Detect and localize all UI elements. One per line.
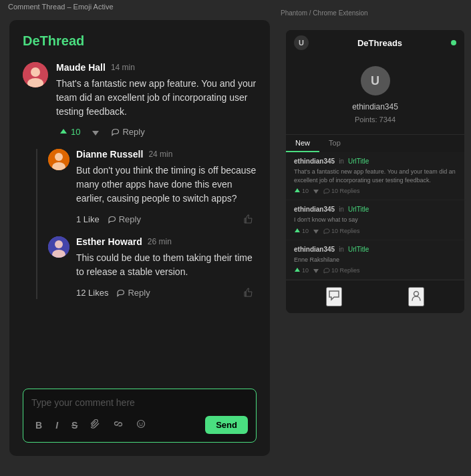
feed-item-1: ethindian345 in UrlTitle That's a fantas…	[286, 152, 464, 200]
feed-1-url[interactable]: UrlTitle	[348, 158, 369, 165]
app-title: DeThread	[23, 33, 257, 49]
profile-icon	[410, 288, 423, 302]
link-button[interactable]	[110, 417, 127, 433]
reply-icon-root	[111, 128, 120, 136]
root-comment-text: That's a fantastic new app feature. You …	[56, 77, 257, 119]
avatar-esther	[48, 236, 69, 258]
reply-dianne-actions: 1 Like Reply	[76, 212, 257, 226]
svg-point-7	[55, 240, 63, 248]
feed-2-downvote-icon	[313, 228, 319, 234]
downvote-button[interactable]	[88, 126, 103, 138]
feed-3-upvote: 10	[294, 267, 309, 274]
reply-esther-header: Esther Howard 26 min	[76, 236, 257, 247]
feed-1-downvote-icon	[313, 188, 319, 194]
feed-item-1-header: ethindian345 in UrlTitle	[294, 158, 456, 165]
emoji-icon	[136, 419, 146, 429]
thumb-button-dianne[interactable]	[241, 212, 257, 226]
attachment-button[interactable]	[87, 417, 104, 433]
reply-label-esther: Reply	[128, 288, 150, 298]
feed-1-upvote: 10	[294, 188, 309, 194]
reply-button-esther[interactable]: Reply	[114, 286, 152, 299]
svg-point-11	[142, 423, 144, 424]
feed-1-replies: 10 Replies	[323, 188, 360, 194]
feed-2-username: ethindian345	[294, 206, 335, 213]
reply-dianne: Dianne Russell 24 min But don't you thin…	[48, 149, 257, 226]
online-indicator	[451, 40, 456, 45]
avatar-dianne	[48, 149, 69, 170]
reply-icon-dianne	[108, 215, 116, 224]
reply-button-root[interactable]: Reply	[108, 126, 147, 138]
thumb-icon-esther	[243, 287, 254, 298]
feed-2-reply-icon	[323, 228, 330, 234]
feed-1-username: ethindian345	[294, 158, 335, 165]
root-comment: Maude Hall 14 min That's a fantastic new…	[23, 62, 257, 138]
feed-3-url[interactable]: UrlTitle	[348, 246, 369, 253]
profile-avatar: U	[361, 66, 390, 95]
svg-point-10	[140, 423, 141, 424]
feed-item-2-header: ethindian345 in UrlTitle	[294, 206, 456, 213]
svg-point-12	[414, 292, 419, 296]
left-title: Comment Thread – Emoji Active	[0, 0, 122, 13]
feed-1-reply-icon	[323, 188, 330, 194]
root-comment-actions: 10 Reply	[56, 126, 257, 138]
extension-bottom-nav	[286, 280, 464, 313]
extension-header: U DeThreads	[286, 30, 464, 55]
feed-2-text: I don't know what to say	[294, 216, 456, 224]
feed-1-downvote	[313, 188, 319, 194]
feed-3-replies: 10 Replies	[323, 267, 360, 274]
comment-placeholder: Type your comment here	[31, 397, 248, 408]
upvote-icon	[59, 128, 68, 137]
strikethrough-button[interactable]: S	[67, 417, 82, 433]
feed-item-3-header: ethindian345 in UrlTitle	[294, 246, 456, 253]
ext-app-name: DeThreads	[314, 38, 446, 48]
send-button[interactable]: Send	[205, 416, 248, 434]
feed-3-upvote-icon	[294, 267, 301, 274]
extension-tabs: New Top	[286, 134, 464, 152]
nav-profile-button[interactable]	[408, 287, 424, 306]
feed-3-text: Enne Rakshilane	[294, 256, 456, 264]
upvote-button[interactable]: 10	[56, 126, 83, 138]
tab-new[interactable]: New	[286, 135, 319, 152]
feed-2-actions: 10 10 Replies	[294, 228, 456, 234]
right-title: Phantom / Chrome Extension	[281, 9, 368, 17]
attachment-icon	[91, 419, 100, 429]
feed-3-downvote-icon	[313, 267, 319, 274]
downvote-icon	[91, 128, 100, 137]
feed-2-url[interactable]: UrlTitle	[348, 206, 369, 213]
input-toolbar: B I S Send	[31, 416, 248, 434]
feed-2-upvote-icon	[294, 228, 301, 234]
reply-label-root: Reply	[122, 127, 144, 137]
author-dianne: Dianne Russell	[76, 149, 143, 160]
italic-button[interactable]: I	[51, 417, 62, 433]
reply-dianne-text: But don't you think the timing is off be…	[76, 164, 257, 206]
bold-button[interactable]: B	[31, 417, 46, 433]
feed-1-in: in	[339, 158, 344, 165]
nav-chat-button[interactable]	[326, 287, 342, 306]
root-comment-header: Maude Hall 14 min	[56, 62, 257, 73]
ext-user-badge: U	[294, 35, 309, 50]
emoji-button[interactable]	[132, 417, 150, 433]
tab-top[interactable]: Top	[319, 135, 350, 152]
replies-container: Dianne Russell 24 min But don't you thin…	[36, 149, 257, 299]
reply-esther-text: This could be due to them taking their t…	[76, 251, 257, 279]
feed-3-downvote	[313, 267, 319, 274]
profile-username: ethindian345	[352, 102, 398, 111]
thumb-button-esther[interactable]	[241, 286, 257, 299]
reply-label-dianne: Reply	[119, 214, 141, 224]
reply-dianne-header: Dianne Russell 24 min	[76, 149, 257, 160]
feed-1-actions: 10 10 Replies	[294, 188, 456, 194]
feed-2-downvote	[313, 228, 319, 234]
thumb-icon-dianne	[243, 214, 254, 224]
reply-button-dianne[interactable]: Reply	[105, 213, 144, 226]
feed-3-username: ethindian345	[294, 246, 335, 253]
time-dianne: 24 min	[148, 150, 172, 159]
feed-1-upvote-icon	[294, 188, 301, 194]
extension-profile: U ethindian345 Points: 7344	[286, 55, 464, 134]
svg-point-1	[31, 67, 40, 77]
link-icon	[114, 419, 123, 429]
feed-1-text: That's a fantastic new app feature. You …	[294, 168, 456, 184]
avatar-maude	[23, 62, 48, 87]
esther-likes: 12 Likes	[76, 288, 108, 298]
svg-point-4	[55, 153, 63, 161]
comment-input-box: Type your comment here B I S	[23, 389, 257, 443]
